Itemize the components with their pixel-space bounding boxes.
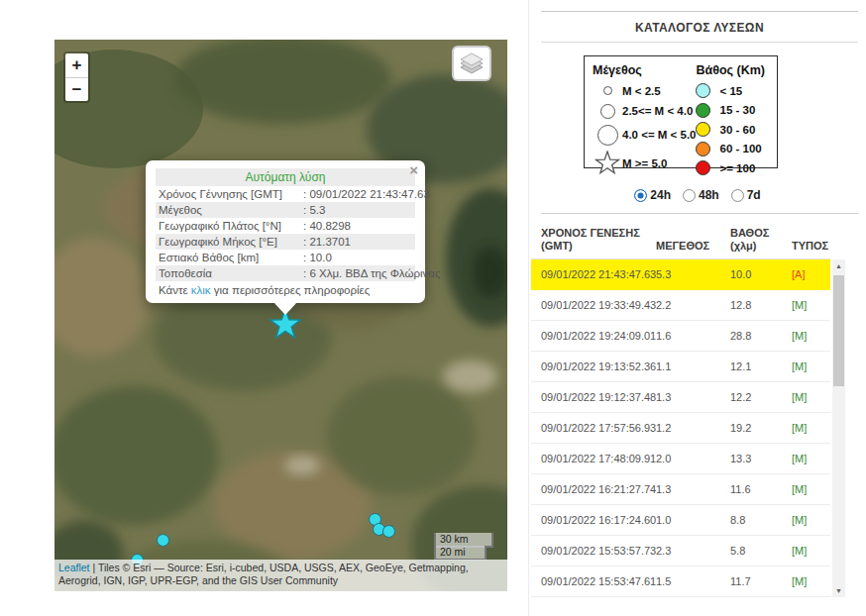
cell-type: [M] xyxy=(784,391,830,403)
cell-magnitude: 1.0 xyxy=(648,514,722,526)
header-time: ΧΡΟΝΟΣ ΓΕΝΕΣΗΣ (GMT) xyxy=(531,227,648,259)
event-popup: × Αυτόματη λύση Χρόνος Γέννησης [GMT]: 0… xyxy=(146,160,425,303)
table-row[interactable]: 09/01/2022 15:53:47.611.511.7[M] xyxy=(531,566,830,597)
time-filter-7d[interactable]: 7d xyxy=(731,188,761,202)
zoom-out-button[interactable]: − xyxy=(65,77,88,101)
popup-row-label: Γεωγραφικό Μήκος [°E] xyxy=(159,236,303,248)
popup-row: Εστιακό Βάθος [km]: 10.0 xyxy=(156,250,415,265)
depth-color-icon xyxy=(696,160,710,175)
cell-time: 09/01/2022 19:12:37.48 xyxy=(531,391,648,403)
cell-depth: 12.2 xyxy=(722,391,784,403)
table-row[interactable]: 09/01/2022 21:43:47.635.310.0[A] xyxy=(531,259,830,290)
events-table: 09/01/2022 21:43:47.635.310.0[A]09/01/20… xyxy=(531,259,830,597)
circle-symbol-icon xyxy=(593,125,622,146)
table-row[interactable]: 09/01/2022 19:24:09.011.628.8[M] xyxy=(531,321,830,352)
depth-color-icon xyxy=(696,142,710,156)
cell-depth: 12.8 xyxy=(722,299,784,311)
magnitude-legend-item: 4.0 <= M < 5.0 xyxy=(593,122,696,148)
table-row[interactable]: 09/01/2022 19:12:37.481.312.2[M] xyxy=(531,382,830,413)
table-row[interactable]: 09/01/2022 15:53:57.732.35.8[M] xyxy=(531,536,830,566)
map-attribution: Leaflet | Tiles © Esri — Source: Esri, i… xyxy=(54,560,507,591)
popup-row-value: : 09/01/2022 21:43:47.63 xyxy=(303,188,430,200)
cell-magnitude: 1.2 xyxy=(648,422,722,434)
cell-type: [M] xyxy=(784,299,830,311)
header-magnitude: ΜΕΓΕΘΟΣ xyxy=(648,240,722,258)
popup-tail xyxy=(273,302,297,315)
zoom-in-button[interactable]: + xyxy=(65,53,88,77)
cell-depth: 8.8 xyxy=(722,514,784,526)
magnitude-legend-item: M < 2.5 xyxy=(593,81,696,100)
popup-row: Τοποθεσία: 6 Χλμ. ΒΒΔ της Φλώρινας xyxy=(156,265,415,281)
time-filter-24h[interactable]: 24h xyxy=(634,188,671,202)
table-row[interactable]: 09/01/2022 16:17:24.601.08.8[M] xyxy=(531,505,830,536)
cell-magnitude: 2.3 xyxy=(648,545,722,557)
cell-time: 09/01/2022 15:53:57.73 xyxy=(531,545,648,557)
depth-legend: Βάθος (Km) < 1515 - 3030 - 6060 - 100>= … xyxy=(696,63,773,163)
header-type: ΤΥΠΟΣ xyxy=(784,240,830,258)
earthquake-dot-marker[interactable] xyxy=(382,525,395,538)
table-row[interactable]: 09/01/2022 19:33:49.432.212.8[M] xyxy=(531,290,830,321)
popup-row-value: : 6 Χλμ. ΒΒΔ της Φλώρινας xyxy=(303,267,440,279)
cell-type: [M] xyxy=(784,483,830,495)
popup-row-value: : 21.3701 xyxy=(303,236,415,248)
cell-time: 09/01/2022 19:33:49.43 xyxy=(531,299,648,311)
cell-type: [M] xyxy=(784,453,830,464)
popup-row-label: Χρόνος Γέννησης [GMT] xyxy=(159,188,303,200)
cell-depth: 19.2 xyxy=(722,422,784,434)
depth-legend-item: >= 100 xyxy=(696,158,773,178)
circle-symbol-icon xyxy=(593,86,622,95)
magnitude-legend: Μέγεθος M < 2.52.5<= M < 4.04.0 <= M < 5… xyxy=(593,63,696,163)
magnitude-legend-label: M < 2.5 xyxy=(622,85,661,97)
depth-legend-item: 60 - 100 xyxy=(696,140,773,159)
cell-depth: 12.1 xyxy=(722,360,784,372)
depth-legend-label: < 15 xyxy=(719,85,742,97)
layers-icon xyxy=(459,51,485,75)
depth-legend-label: >= 100 xyxy=(719,162,755,174)
table-row[interactable]: 09/01/2022 16:21:27.741.311.6[M] xyxy=(531,474,830,505)
table-scrollbar[interactable]: ▲ ▼ xyxy=(832,259,845,597)
cell-magnitude: 1.5 xyxy=(648,575,722,587)
scrollbar-thumb[interactable] xyxy=(833,275,844,386)
depth-legend-item: 15 - 30 xyxy=(696,101,773,121)
popup-row-label: Γεωγραφικό Πλάτος [°N] xyxy=(159,220,303,232)
popup-row-label: Εστιακό Βάθος [km] xyxy=(159,252,303,263)
popup-row: Χρόνος Γέννησης [GMT]: 09/01/2022 21:43:… xyxy=(156,186,415,202)
cell-depth: 28.8 xyxy=(722,330,784,342)
leaflet-link[interactable]: Leaflet xyxy=(58,562,90,573)
time-filter-radios: 24h48h7d xyxy=(529,188,866,202)
depth-color-icon xyxy=(696,83,710,98)
cell-magnitude: 2.0 xyxy=(648,453,722,464)
table-row[interactable]: 09/01/2022 17:57:56.931.219.2[M] xyxy=(531,413,830,444)
cell-time: 09/01/2022 21:43:47.63 xyxy=(531,268,648,280)
earthquake-dot-marker[interactable] xyxy=(157,534,169,547)
scroll-up-icon[interactable]: ▲ xyxy=(832,259,845,272)
cell-magnitude: 1.1 xyxy=(648,360,722,372)
cell-type: [M] xyxy=(784,575,830,587)
magnitude-legend-label: 4.0 <= M < 5.0 xyxy=(622,129,696,141)
popup-row: Γεωγραφικό Πλάτος [°N]: 40.8298 xyxy=(156,218,415,234)
popup-close-icon[interactable]: × xyxy=(409,161,418,178)
cell-magnitude: 1.3 xyxy=(648,391,722,403)
time-filter-48h[interactable]: 48h xyxy=(683,188,719,202)
cell-time: 09/01/2022 17:57:56.93 xyxy=(531,422,648,434)
popup-details: Χρόνος Γέννησης [GMT]: 09/01/2022 21:43:… xyxy=(156,186,415,281)
legend-box: Μέγεθος M < 2.52.5<= M < 4.04.0 <= M < 5… xyxy=(584,55,778,168)
table-row[interactable]: 09/01/2022 19:13:52.361.112.1[M] xyxy=(531,352,830,382)
scroll-down-icon[interactable]: ▼ xyxy=(832,584,845,597)
depth-legend-item: 30 - 60 xyxy=(696,120,773,140)
magnitude-legend-title: Μέγεθος xyxy=(593,63,696,77)
more-info-link[interactable]: κλικ xyxy=(191,284,211,296)
radio-icon[interactable] xyxy=(683,189,696,202)
time-filter-label: 7d xyxy=(747,188,761,202)
popup-title: Αυτόματη λύση xyxy=(156,168,415,186)
leaflet-map[interactable]: + − × Αυτόματη λύση Χρόνος Γέννησης [GMT… xyxy=(54,40,507,591)
layers-button[interactable] xyxy=(452,46,491,81)
radio-icon[interactable] xyxy=(731,189,744,202)
popup-row-value: : 10.0 xyxy=(303,252,415,263)
cell-time: 09/01/2022 17:48:09.91 xyxy=(531,453,648,464)
table-row[interactable]: 09/01/2022 17:48:09.912.013.3[M] xyxy=(531,444,830,474)
cell-magnitude: 2.2 xyxy=(648,299,722,311)
depth-legend-label: 30 - 60 xyxy=(719,124,755,136)
time-filter-label: 24h xyxy=(650,188,671,202)
radio-icon[interactable] xyxy=(634,189,647,202)
